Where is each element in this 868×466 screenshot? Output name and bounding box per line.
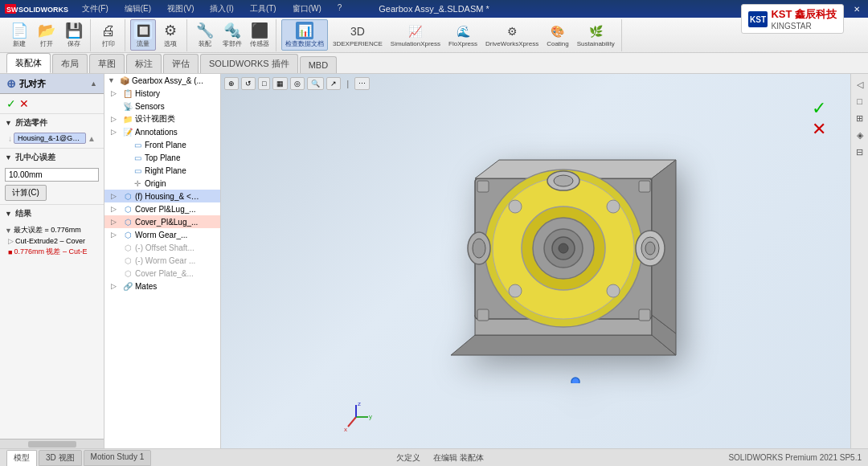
- tab-solidworks-plugin[interactable]: SOLIDWORKS 插件: [200, 54, 298, 73]
- menu-window[interactable]: 窗口(W): [288, 2, 326, 16]
- svg-text:y: y: [369, 413, 372, 420]
- menu-view[interactable]: 视图(V): [162, 2, 199, 16]
- vp-zoom-btn[interactable]: ⊕: [224, 77, 239, 90]
- svg-text:SOLIDWORKS: SOLIDWORKS: [18, 6, 68, 14]
- tree-root[interactable]: ▼ 📦 Gearbox Assy_& (...: [104, 74, 220, 87]
- vp-shaded-btn[interactable]: ▦: [272, 77, 288, 90]
- vp-reject-x[interactable]: ✕: [812, 119, 826, 140]
- tab-annotation[interactable]: 标注: [126, 54, 162, 73]
- result-item-2: ■ 0.776mm 视差 – Cut-E: [5, 246, 99, 258]
- status-tab-model[interactable]: 模型: [6, 450, 37, 466]
- tree-item-history[interactable]: ▷ 📋 History: [104, 87, 220, 100]
- vp-separator: |: [343, 80, 352, 88]
- tab-sketch[interactable]: 草图: [89, 54, 125, 73]
- toolbar-flow-btn[interactable]: 🌊 FloXpress: [445, 21, 481, 49]
- result-expand: ▼ 最大误差 = 0.776mm: [5, 224, 99, 236]
- toolbar-view-btn[interactable]: 🔲 流量: [130, 19, 156, 51]
- toolbar-print-btn[interactable]: 🖨 打印: [96, 20, 121, 50]
- tree-item-offset-shaft[interactable]: ⬡ (-) Offset Shaft...: [104, 241, 220, 254]
- mates-expand-icon: ▷: [111, 282, 121, 290]
- history-icon: 📋: [122, 88, 133, 99]
- toolbar-save-btn[interactable]: 💾 保存: [61, 20, 87, 50]
- vp-extra-btn1[interactable]: ⋯: [354, 77, 370, 90]
- vp-fit-btn[interactable]: □: [258, 77, 270, 90]
- feature-tree: ▼ 📦 Gearbox Assy_& (... ▷ 📋 History 📡 Se…: [104, 74, 221, 448]
- tree-item-design-views[interactable]: ▷ 📁 设计视图类: [104, 112, 220, 125]
- right-btn-4[interactable]: ◈: [853, 128, 867, 142]
- svg-rect-24: [477, 181, 489, 192]
- part-item[interactable]: Housing_&-1@Gearbox Assy_: [14, 133, 86, 144]
- housing-icon: ⬡: [122, 190, 133, 202]
- calculate-button[interactable]: 计算(C): [5, 185, 47, 201]
- tree-item-worm[interactable]: ▷ ⬡ Worm Gear_...: [104, 228, 220, 241]
- right-btn-3[interactable]: ⊞: [853, 111, 867, 125]
- menu-edit[interactable]: 编辑(E): [120, 2, 156, 16]
- housing-expand-icon: ▷: [111, 192, 121, 200]
- svg-text:KST: KST: [750, 18, 766, 24]
- toolbar-sim-btn[interactable]: 📈 SimulationXpress: [387, 21, 444, 49]
- right-btn-2[interactable]: □: [853, 94, 867, 108]
- toolbar-options-btn[interactable]: ⚙ 选项: [158, 20, 183, 50]
- toolbar-assy-btn[interactable]: 🔧 装配: [192, 20, 218, 50]
- tree-item-front-plane[interactable]: ▭ Front Plane: [104, 138, 220, 151]
- svg-text:z: z: [358, 401, 361, 407]
- tree-cover-plate-label: Cover Plate_&...: [135, 269, 194, 278]
- tree-item-worm-gear[interactable]: ⬡ (-) Worm Gear ...: [104, 254, 220, 267]
- menu-help[interactable]: ?: [333, 2, 347, 16]
- toolbar-open-btn[interactable]: 📂 打开: [34, 20, 59, 50]
- tree-item-cover-plate[interactable]: ⬡ Cover Plate_&...: [104, 267, 220, 280]
- right-btn-5[interactable]: ⊟: [853, 145, 867, 159]
- svg-rect-27: [639, 309, 650, 321]
- toolbar-pattern-btn[interactable]: ⬛ 传感器: [247, 20, 272, 50]
- section-hole-error: ▼ 孔中心误差: [5, 152, 99, 163]
- vp-pan-btn[interactable]: ↺: [241, 77, 256, 90]
- tab-assembly[interactable]: 装配体: [6, 53, 51, 73]
- toolbar-3dexp-btn[interactable]: 3D 3DEXPERIENCE: [330, 21, 386, 49]
- vp-accept-check[interactable]: ✓: [812, 98, 826, 119]
- toolbar-comp-btn[interactable]: 🔩 零部件: [219, 20, 245, 50]
- titlebar: SW SOLIDWORKS 文件(F) 编辑(E) 视图(V) 插入(I) 工具…: [0, 0, 868, 18]
- tree-item-right-plane[interactable]: ▭ Right Plane: [104, 164, 220, 177]
- status-tab-3d[interactable]: 3D 视图: [39, 450, 82, 466]
- vp-search-btn[interactable]: 🔍: [307, 77, 324, 90]
- toolbar-drive-btn[interactable]: ⚙ DriveWorksXpress: [482, 21, 542, 49]
- tree-item-annotations[interactable]: ▷ 📝 Annotations: [104, 125, 220, 138]
- menu-insert[interactable]: 插入(I): [205, 2, 238, 16]
- right-btn-1[interactable]: ◁: [853, 77, 867, 92]
- vp-section-btn[interactable]: ↗: [326, 77, 341, 90]
- 3d-viewport[interactable]: ⊕ ↺ □ ▦ ◎ 🔍 ↗ | ⋯ ✓ ✕: [221, 74, 850, 448]
- cover-plate-icon: ⬡: [122, 268, 133, 279]
- tree-item-sensors[interactable]: 📡 Sensors: [104, 100, 220, 112]
- accept-button[interactable]: ✓: [6, 97, 16, 110]
- tree-sensors-label: Sensors: [135, 102, 165, 111]
- tree-cover2-label: Cover_Pl&Lug_...: [135, 218, 198, 227]
- tab-evaluate[interactable]: 评估: [163, 54, 199, 73]
- tree-item-housing[interactable]: ▷ ⬡ (f) Housing_& <…: [104, 190, 220, 202]
- svg-text:x: x: [344, 426, 347, 433]
- toolbar-sust-btn[interactable]: 🌿 Sustainability: [574, 21, 618, 49]
- offset-shaft-icon: ⬡: [122, 242, 133, 253]
- svg-line-29: [348, 417, 356, 427]
- reject-button[interactable]: ✕: [19, 97, 29, 110]
- close-button[interactable]: ✕: [850, 2, 863, 15]
- tree-design-views-label: 设计视图类: [135, 113, 175, 125]
- tab-layout[interactable]: 布局: [52, 54, 88, 73]
- menu-tools[interactable]: 工具(T): [245, 2, 281, 16]
- menu-file[interactable]: 文件(F): [77, 2, 113, 16]
- toolbar-coat-btn[interactable]: 🎨 Coating: [543, 21, 572, 49]
- svg-rect-25: [639, 181, 650, 192]
- error-value-input[interactable]: [5, 168, 99, 182]
- tree-item-top-plane[interactable]: ▭ Top Plane: [104, 151, 220, 164]
- toolbar-check-btn[interactable]: 📊 检查数据文档: [281, 19, 328, 51]
- window-title: Gearbox Assy_&.SLDASM *: [379, 4, 489, 14]
- tree-item-cover1[interactable]: ▷ ⬡ Cover Pl&Lug_...: [104, 202, 220, 215]
- status-tab-motion[interactable]: Motion Study 1: [84, 450, 152, 466]
- svg-point-10: [509, 284, 522, 297]
- toolbar-new-btn[interactable]: 📄 新建: [6, 20, 32, 50]
- vp-orient-btn[interactable]: ◎: [290, 77, 305, 90]
- tree-item-origin[interactable]: ✛ Origin: [104, 177, 220, 190]
- tree-item-mates[interactable]: ▷ 🔗 Mates: [104, 280, 220, 292]
- kst-logo: KST KST 鑫辰科技 KINGSTAR: [741, 18, 844, 34]
- tree-item-cover2[interactable]: ▷ ⬡ Cover_Pl&Lug_...: [104, 215, 220, 228]
- tab-mbd[interactable]: MBD: [300, 56, 337, 73]
